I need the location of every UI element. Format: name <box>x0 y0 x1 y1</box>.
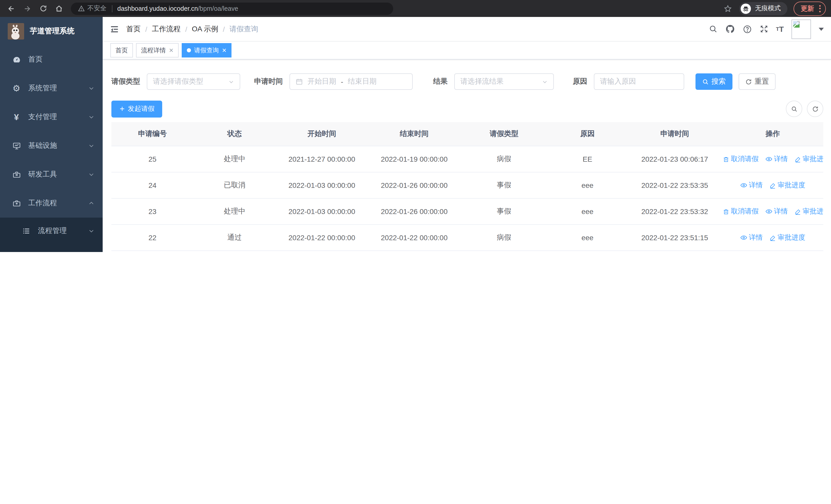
back-icon[interactable] <box>5 2 18 14</box>
leave-table: 申请编号 状态 开始时间 结束时间 请假类型 原因 申请时间 操作 25 处理中 <box>111 122 823 252</box>
search-button-label: 搜索 <box>711 77 726 86</box>
refresh-table-button[interactable] <box>807 100 823 117</box>
forward-icon[interactable] <box>21 2 33 14</box>
tags-view: 首页 流程详情✕ 请假查询✕ <box>103 41 831 60</box>
bookmark-star-icon[interactable] <box>724 4 732 12</box>
show-search-toggle-button[interactable] <box>786 100 802 117</box>
sidebar-collapse-icon[interactable] <box>110 24 119 34</box>
home-icon[interactable] <box>53 2 65 14</box>
result-select[interactable]: 请选择流结果 <box>454 73 554 90</box>
avatar[interactable] <box>792 19 811 39</box>
sidebar-item-devtools[interactable]: 研发工具 <box>0 160 103 189</box>
cancel-leave-link[interactable]: 取消请假 <box>723 154 758 164</box>
breadcrumb-separator: / <box>145 25 147 33</box>
col-apply-time: 申请时间 <box>627 122 722 146</box>
address-bar[interactable]: 不安全 dashboard.yudao.iocoder.cn/bpm/oa/le… <box>71 2 393 14</box>
sidebar-item-label: 流程管理 <box>38 226 67 236</box>
chevron-down-icon <box>88 85 94 91</box>
pen-icon <box>795 208 801 215</box>
fullscreen-icon[interactable] <box>760 25 768 33</box>
sidebar-logo[interactable]: 芋道管理系统 <box>0 17 103 45</box>
browser-toolbar: 不安全 dashboard.yudao.iocoder.cn/bpm/oa/le… <box>0 0 831 17</box>
apply-time-range-picker[interactable]: 开始日期 - 结束日期 <box>289 73 413 90</box>
select-placeholder: 请选择流结果 <box>460 77 504 86</box>
close-icon[interactable]: ✕ <box>222 47 226 54</box>
close-icon[interactable]: ✕ <box>169 47 173 54</box>
reset-button[interactable]: 重置 <box>739 73 776 90</box>
result-label: 结果 <box>433 77 448 86</box>
cell-leave-type: 病假 <box>460 225 548 251</box>
approval-progress-link[interactable]: 审批进度 <box>795 154 823 164</box>
help-icon[interactable] <box>742 24 752 34</box>
approval-progress-link[interactable]: 审批进度 <box>769 181 805 190</box>
create-leave-label: 发起请假 <box>128 104 154 113</box>
breadcrumb-home[interactable]: 首页 <box>126 24 141 34</box>
sidebar-item-label: 工作流程 <box>28 199 57 208</box>
chevron-down-icon <box>88 143 94 149</box>
trash-icon <box>723 156 729 162</box>
sidebar-item-home[interactable]: 首页 <box>0 45 103 74</box>
sidebar-item-workflow[interactable]: 工作流程 <box>0 189 103 217</box>
cell-start-time: 2022-01-22 00:00:00 <box>276 251 368 252</box>
cell-status: 通过 <box>194 225 276 251</box>
col-reason: 原因 <box>548 122 627 146</box>
tab-label: 请假查询 <box>194 46 219 55</box>
monitor-icon <box>12 141 21 150</box>
font-size-icon[interactable]: TT <box>776 25 784 33</box>
avatar-dropdown-caret[interactable] <box>819 27 824 31</box>
workflow-submenu: 流程管理 任务管理 我的流程 <box>0 217 103 252</box>
cell-end-time: 2022-01-22 00:00:00 <box>368 225 460 251</box>
end-date-placeholder: 结束日期 <box>348 77 376 86</box>
table-header-row: 申请编号 状态 开始时间 结束时间 请假类型 原因 申请时间 操作 <box>111 122 823 146</box>
detail-link[interactable]: 详情 <box>740 180 763 190</box>
cell-apply-time: 2022-01-22 23:49:46 <box>627 251 722 252</box>
sidebar-item-payment[interactable]: ¥ 支付管理 <box>0 102 103 131</box>
list-icon <box>22 227 31 235</box>
detail-label: 详情 <box>749 180 763 190</box>
breadcrumb-oa-example[interactable]: OA 示例 <box>192 24 219 34</box>
leave-type-select[interactable]: 请选择请假类型 <box>147 73 240 90</box>
cancel-leave-label: 取消请假 <box>731 154 758 164</box>
sidebar-item-label: 基础设施 <box>28 141 57 150</box>
tab-home[interactable]: 首页 <box>110 43 133 58</box>
plus-icon <box>119 106 125 112</box>
cell-reason: EEE <box>548 251 627 252</box>
apply-time-label: 申请时间 <box>254 77 283 86</box>
detail-link[interactable]: 详情 <box>740 233 763 242</box>
detail-link[interactable]: 详情 <box>765 154 788 164</box>
tab-process-detail[interactable]: 流程详情✕ <box>136 43 179 58</box>
browser-menu-icon[interactable] <box>819 5 821 12</box>
github-icon[interactable] <box>725 24 735 34</box>
sidebar-item-label: 系统管理 <box>28 84 57 93</box>
approval-progress-link[interactable]: 审批进度 <box>769 233 805 242</box>
tab-leave-query[interactable]: 请假查询✕ <box>182 43 231 58</box>
detail-label: 详情 <box>774 207 788 216</box>
cell-start-time: 2022-01-22 00:00:00 <box>276 225 368 251</box>
sidebar-item-label: 首页 <box>28 55 42 64</box>
cell-actions: 取消请假 详情 审批进度 <box>722 146 823 172</box>
breadcrumb-workflow[interactable]: 工作流程 <box>152 24 181 34</box>
pen-icon <box>769 182 776 188</box>
browser-update-button[interactable]: 更新 <box>794 1 826 16</box>
search-button[interactable]: 搜索 <box>695 73 733 90</box>
cell-actions: 详情 审批进度 <box>722 172 823 198</box>
view-icon <box>765 208 773 215</box>
not-secure-warning[interactable]: 不安全 <box>78 4 107 13</box>
reload-icon[interactable] <box>37 2 49 14</box>
cell-reason: eee <box>548 172 627 198</box>
reason-input[interactable]: 请输入原因 <box>594 73 684 90</box>
cell-actions: 取消请假 详情 审批进度 <box>722 251 823 252</box>
reason-label: 原因 <box>573 77 587 86</box>
sidebar-item-process-management[interactable]: 流程管理 <box>0 217 103 244</box>
sidebar-item-infrastructure[interactable]: 基础设施 <box>0 131 103 160</box>
approval-progress-link[interactable]: 审批进度 <box>795 207 823 216</box>
sidebar-item-task-management[interactable]: 任务管理 <box>0 244 103 252</box>
create-leave-button[interactable]: 发起请假 <box>111 100 162 117</box>
cancel-leave-link[interactable]: 取消请假 <box>723 207 758 216</box>
col-start-time: 开始时间 <box>276 122 368 146</box>
detail-link[interactable]: 详情 <box>765 207 788 216</box>
dashboard-icon <box>12 55 21 64</box>
search-icon[interactable] <box>709 25 717 33</box>
sidebar-item-system[interactable]: ⚙ 系统管理 <box>0 74 103 102</box>
breadcrumb-separator: / <box>185 25 188 33</box>
